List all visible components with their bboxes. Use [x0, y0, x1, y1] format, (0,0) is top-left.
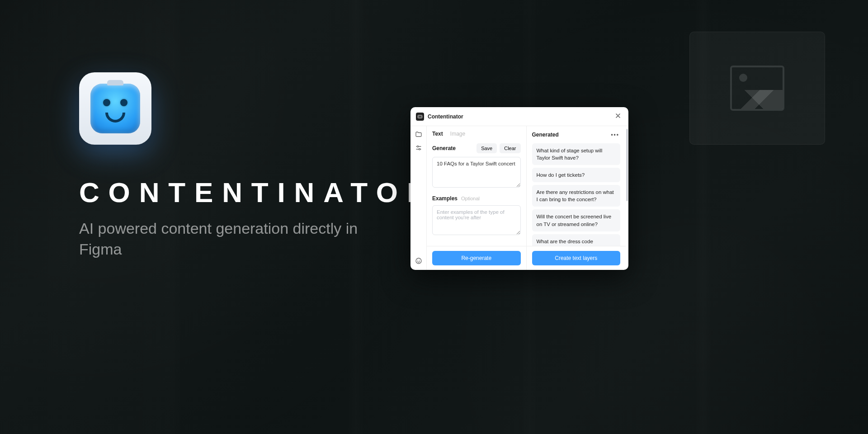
image-placeholder-card	[689, 32, 825, 145]
settings-sliders-icon[interactable]	[415, 144, 422, 151]
panel-header: Contentinator	[410, 107, 628, 126]
svg-point-3	[416, 258, 421, 264]
tab-text[interactable]: Text	[432, 131, 443, 137]
close-button[interactable]	[613, 111, 623, 122]
examples-input[interactable]	[432, 205, 521, 235]
svg-point-2	[419, 148, 420, 150]
hero-subtitle: AI powered content generation directly i…	[79, 218, 368, 260]
save-button[interactable]: Save	[476, 143, 497, 153]
tabs: Text Image	[432, 131, 521, 137]
panel-sidebar	[410, 126, 427, 270]
plugin-badge-icon	[416, 113, 424, 121]
app-icon	[79, 72, 151, 145]
examples-label: Examples	[432, 195, 458, 202]
smiley-icon[interactable]	[415, 257, 422, 264]
regenerate-button[interactable]: Re-generate	[432, 251, 521, 265]
svg-point-4	[417, 260, 418, 261]
hero-title: CONTENTINATOR	[79, 176, 368, 208]
scrollbar[interactable]	[626, 126, 628, 270]
generated-item[interactable]: What kind of stage setup will Taylor Swi…	[532, 143, 621, 165]
generated-list: Generated ••• What kind of stage setup w…	[527, 126, 626, 246]
robot-face-icon	[90, 84, 140, 133]
svg-point-1	[417, 146, 418, 147]
examples-optional: Optional	[461, 196, 480, 201]
generated-item[interactable]: What are the dress code guidelines?	[532, 234, 621, 246]
generate-label: Generate	[432, 145, 474, 151]
tab-image[interactable]: Image	[450, 131, 465, 137]
create-text-layers-button[interactable]: Create text layers	[532, 251, 621, 265]
clear-button[interactable]: Clear	[500, 143, 520, 153]
generated-item[interactable]: Are there any restrictions on what I can…	[532, 185, 621, 207]
panel-title: Contentinator	[428, 113, 613, 120]
more-button[interactable]: •••	[610, 131, 620, 139]
generated-item[interactable]: How do I get tickets?	[532, 168, 621, 182]
plugin-panel: Contentinator Text Image	[410, 107, 628, 270]
folder-icon[interactable]	[415, 131, 422, 138]
image-placeholder-icon	[730, 66, 784, 111]
svg-point-5	[419, 260, 420, 261]
prompt-input[interactable]	[432, 157, 521, 188]
generated-label: Generated	[532, 132, 610, 138]
generated-item[interactable]: Will the concert be screened live on TV …	[532, 209, 621, 231]
